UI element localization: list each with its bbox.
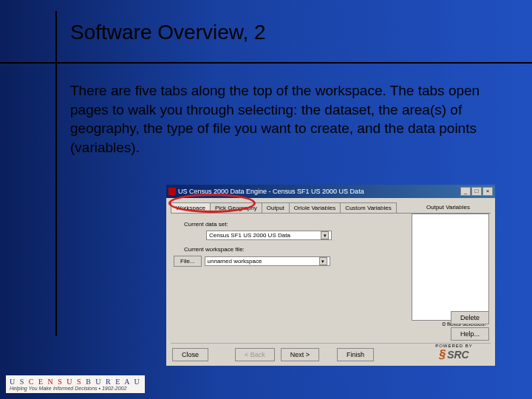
next-button[interactable]: Next > [281,348,319,361]
census-wordmark: U S C E N S U S B U R E A U [10,378,141,386]
close-window-button[interactable]: × [482,187,493,196]
tab-oriole-variables[interactable]: Oriole Variables [289,202,341,213]
back-button[interactable]: < Back [235,348,275,361]
help-button[interactable]: Help... [451,327,489,341]
app-window: US Census 2000 Data Engine - Census SF1 … [166,185,495,366]
window-title: US Census 2000 Data Engine - Census SF1 … [178,188,364,195]
swirl-icon: § [439,348,446,361]
slide-body-text: There are five tabs along the top of the… [70,81,484,157]
tab-output[interactable]: Output [262,202,290,213]
window-titlebar: US Census 2000 Data Engine - Census SF1 … [166,185,495,198]
powered-by-area: POWERED BY § SRC [419,344,489,361]
workspace-value: unnamed workspace [208,258,262,265]
content-panel: Output Variables Current data set: Censu… [171,213,491,324]
tab-workspace[interactable]: Workspace [171,202,211,213]
dataset-dropdown[interactable]: Census SF1 US 2000 US Data ▾ [206,231,332,240]
horizontal-rule [0,62,532,64]
slide-title: Software Overview, 2 [70,21,266,44]
output-variables-label: Output Variables [426,204,470,211]
tab-custom-variables[interactable]: Custom Variables [340,202,397,213]
minimize-button[interactable]: _ [460,187,471,196]
census-bureau-logo: U S C E N S U S B U R E A U Helping You … [6,375,145,393]
chevron-down-icon[interactable]: ▾ [321,231,329,239]
workspace-dropdown[interactable]: unnamed workspace ▾ [205,256,330,266]
side-buttons: Delete Help... [451,311,489,341]
chevron-down-icon[interactable]: ▾ [319,257,327,265]
dataset-value: Census SF1 US 2000 US Data [209,232,290,239]
src-logo: § SRC [419,348,489,361]
window-controls: _ □ × [460,187,493,196]
census-tagline: Helping You Make Informed Decisions • 19… [10,386,141,391]
delete-button[interactable]: Delete [451,311,489,324]
output-variables-list[interactable] [412,214,489,321]
close-button[interactable]: Close [172,348,208,361]
src-text: SRC [447,349,469,361]
maximize-button[interactable]: □ [471,187,482,196]
app-icon [168,188,176,195]
file-button[interactable]: File... [174,256,202,267]
finish-button[interactable]: Finish [337,348,374,361]
tab-pick-geography[interactable]: Pick Geography [210,202,262,213]
dataset-label: Current data set: [184,221,228,228]
vertical-rule [55,11,57,336]
workspace-label: Current workspace file: [184,246,245,253]
